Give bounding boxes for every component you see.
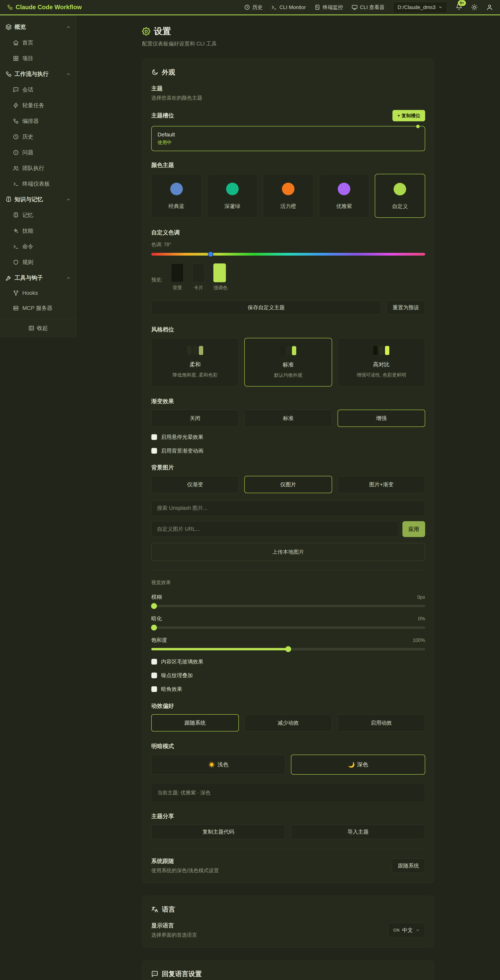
accent-swatch (213, 263, 226, 282)
saturation-slider[interactable] (151, 648, 425, 650)
hue-slider[interactable] (151, 253, 425, 256)
sidebar-section-tools[interactable]: 工具与钩子 (3, 270, 73, 286)
nav-terminal-watch[interactable]: 终端监控 (314, 4, 343, 11)
theme-tile-deep-green[interactable]: 深邃绿 (207, 174, 257, 218)
hover-glow-checkbox-row[interactable]: 启用悬停光晕效果 (151, 434, 425, 441)
moon-icon (151, 69, 158, 76)
unsplash-search-input[interactable] (151, 500, 425, 516)
sidebar-item-history[interactable]: 历史 (3, 129, 73, 145)
style-soft[interactable]: 柔和 降低饱和度, 柔和色彩 (151, 338, 239, 387)
lime-swatch (394, 183, 406, 196)
bg-gradient-only-button[interactable]: 仅渐变 (151, 476, 239, 493)
style-level-label: 风格档位 (151, 326, 425, 334)
notifications-button[interactable]: 9+ (456, 3, 462, 11)
hover-glow-checkbox[interactable] (151, 434, 157, 440)
sidebar-item-commands[interactable]: 命令 (3, 239, 73, 255)
glass-effect-checkbox[interactable] (151, 659, 157, 665)
terminal-icon (13, 181, 19, 187)
theme-slot-default[interactable]: Default 使用中 (151, 126, 425, 151)
bg-animation-checkbox-row[interactable]: 启用背景渐变动画 (151, 447, 425, 454)
sidebar-item-team-execution[interactable]: 团队执行 (3, 160, 73, 176)
bg-image-gradient-button[interactable]: 图片+渐变 (338, 476, 425, 493)
language-card: 语言 显示语言 选择界面的首选语言 CN 中文 (142, 896, 434, 948)
style-high-contrast[interactable]: 高对比 增强可读性, 色彩更鲜明 (338, 338, 425, 387)
noise-texture-checkbox-row[interactable]: 噪点纹理叠加 (151, 672, 425, 679)
sidebar-item-terminal-dashboard[interactable]: 终端仪表板 (3, 176, 73, 192)
brain-icon (13, 212, 19, 218)
bg-animation-checkbox[interactable] (151, 448, 157, 454)
sidebar-section-knowledge[interactable]: 知识与记忆 (3, 192, 73, 207)
apply-url-button[interactable]: 应用 (402, 521, 425, 537)
blur-label: 模糊 (151, 593, 162, 601)
reset-preset-button[interactable]: 重置为预设 (387, 300, 425, 315)
motion-enable-button[interactable]: 启用动效 (338, 714, 425, 732)
motion-reduce-button[interactable]: 减少动效 (244, 714, 332, 732)
monitor-icon (352, 4, 357, 10)
sidebar-item-mcp-servers[interactable]: MCP 服务器 (3, 300, 73, 316)
sidebar-item-home[interactable]: 首页 (3, 35, 73, 51)
vignette-checkbox[interactable] (151, 686, 157, 692)
bg-image-only-button[interactable]: 仅图片 (244, 476, 332, 493)
sidebar: 概览 首页 项目 工作流与执行 会话 轻量任务 编排器 历史 问题 团队执行 终… (0, 15, 76, 337)
saturation-slider-thumb[interactable] (285, 646, 291, 652)
gradient-enhanced-button[interactable]: 增强 (338, 410, 425, 427)
gradient-off-button[interactable]: 关闭 (151, 410, 239, 427)
nav-cli-monitor[interactable]: CLI Monitor (271, 4, 306, 10)
sidebar-item-light-tasks[interactable]: 轻量任务 (3, 98, 73, 113)
display-language-desc: 选择界面的首选语言 (151, 932, 197, 939)
darken-slider[interactable] (151, 627, 425, 629)
noise-texture-checkbox[interactable] (151, 673, 157, 678)
home-icon (13, 40, 19, 46)
project-selector[interactable]: D:/Claude_dms3 (393, 2, 447, 13)
saturation-value: 100% (413, 637, 425, 643)
blur-slider[interactable] (151, 605, 425, 607)
gradient-standard-button[interactable]: 标准 (244, 410, 332, 427)
sidebar-section-overview[interactable]: 概览 (3, 19, 73, 35)
user-icon[interactable] (486, 4, 493, 11)
custom-image-url-input[interactable] (151, 521, 398, 537)
sidebar-item-orchestrator[interactable]: 编排器 (3, 113, 73, 129)
sidebar-item-sessions[interactable]: 会话 (3, 82, 73, 98)
blur-value: 0px (417, 594, 425, 600)
theme-tile-elegant-purple[interactable]: 优雅紫 (319, 174, 369, 218)
theme-label: 主题 (151, 85, 425, 92)
chevron-up-icon (66, 197, 71, 202)
dark-mode-button[interactable]: 🌙 深色 (291, 755, 425, 775)
sidebar-item-issues[interactable]: 问题 (3, 145, 73, 160)
sidebar-item-projects[interactable]: 项目 (3, 51, 73, 66)
sidebar-collapse-button[interactable]: 收起 (0, 319, 76, 337)
nav-history[interactable]: 历史 (244, 4, 262, 11)
sidebar-item-memory[interactable]: 记忆 (3, 207, 73, 223)
sidebar-section-workflow[interactable]: 工作流与执行 (3, 66, 73, 82)
theme-tile-custom[interactable]: 自定义 (375, 174, 425, 218)
sidebar-item-hooks[interactable]: Hooks (3, 286, 73, 300)
hue-value: 色调: 78° (151, 241, 425, 248)
current-theme-info: 当前主题: 优雅紫 · 深色 (151, 783, 425, 802)
copy-slot-button[interactable]: + 复制槽位 (392, 110, 425, 121)
darken-slider-thumb[interactable] (151, 625, 157, 630)
follow-system-button[interactable]: 跟随系统 (392, 859, 425, 873)
upload-local-image-button[interactable]: 上传本地图片 (151, 543, 425, 561)
save-custom-theme-button[interactable]: 保存自定义主题 (151, 300, 381, 315)
hue-slider-thumb[interactable] (208, 251, 213, 257)
glass-effect-checkbox-row[interactable]: 内容区毛玻璃效果 (151, 658, 425, 665)
theme-tile-vibrant-orange[interactable]: 活力橙 (263, 174, 313, 218)
theme-tile-classic-blue[interactable]: 经典蓝 (151, 174, 202, 218)
chevron-up-icon (66, 275, 71, 280)
light-mode-button[interactable]: ☀️ 浅色 (151, 755, 286, 775)
nav-cli-viewer[interactable]: CLI 查看器 (352, 4, 384, 11)
app-title: Claude Code Workflow (7, 4, 82, 11)
language-select[interactable]: CN 中文 (388, 923, 425, 938)
darken-value: 0% (418, 616, 425, 622)
copy-theme-code-button[interactable]: 复制主题代码 (151, 824, 286, 839)
theme-desc: 选择您喜欢的颜色主题 (151, 94, 425, 101)
sidebar-item-rules[interactable]: 规则 (3, 255, 73, 270)
sidebar-item-skills[interactable]: 技能 (3, 223, 73, 239)
vignette-checkbox-row[interactable]: 暗角效果 (151, 686, 425, 693)
theme-toggle-sun-icon[interactable] (471, 4, 478, 11)
motion-follow-system-button[interactable]: 跟随系统 (151, 714, 239, 732)
blur-slider-thumb[interactable] (151, 603, 157, 609)
style-standard[interactable]: 标准 默认均衡外观 (244, 338, 332, 387)
import-theme-button[interactable]: 导入主题 (291, 824, 425, 839)
app-title-text: Claude Code Workflow (16, 4, 82, 11)
